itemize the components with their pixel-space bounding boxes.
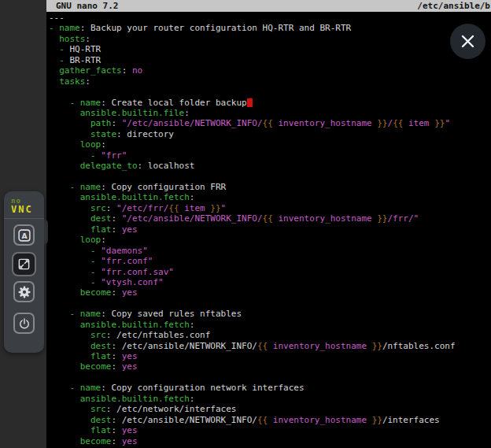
novnc-logo-bottom: VNC: [11, 205, 44, 214]
code-line: flat: yes: [49, 425, 491, 435]
code-line: [49, 87, 491, 97]
vnc-remote-screen[interactable]: GNU nano 7.2 /etc/ansible/b ---- name: B…: [46, 0, 491, 448]
keycap-a-icon: A: [16, 227, 33, 244]
code-line: src: /etc/network/interfaces: [49, 404, 491, 414]
nano-titlebar: GNU nano 7.2 /etc/ansible/b: [46, 0, 491, 12]
code-line: - BR-RTR: [49, 55, 491, 65]
code-line: [49, 172, 491, 182]
code-line: path: "/etc/ansible/NETWORK_INFO/{{ inve…: [49, 118, 491, 128]
code-line: ansible.builtin.fetch:: [49, 320, 491, 330]
code-line: flat: yes: [49, 351, 491, 361]
code-line: become: yes: [49, 436, 491, 446]
svg-text:A: A: [21, 231, 28, 239]
code-line: - "frr.conf.sav": [49, 267, 491, 277]
code-line: become: yes: [49, 361, 491, 372]
code-line: gather_facts: no: [49, 65, 491, 76]
close-button[interactable]: [450, 24, 485, 59]
code-line: tasks:: [49, 76, 491, 87]
code-line: loop:: [49, 235, 491, 245]
code-line: state: directory: [49, 129, 491, 139]
nano-app-title: GNU nano 7.2: [56, 0, 118, 12]
fullscreen-icon: [16, 256, 32, 272]
code-line: dest: /etc/ansible/NETWORK_INFO/{{ inven…: [49, 415, 491, 425]
code-line: src: "/etc/frr/{{ item }}": [49, 203, 491, 213]
code-line: - "vtysh.conf": [49, 277, 491, 287]
fullscreen-button[interactable]: [12, 252, 36, 276]
code-line: dest: /etc/ansible/NETWORK_INFO/{{ inven…: [49, 341, 491, 351]
code-line: delegate_to: localhost: [49, 161, 491, 171]
code-line: - HQ-RTR: [49, 44, 491, 54]
code-line: ---: [49, 13, 491, 23]
power-icon: [17, 316, 32, 331]
code-line: - name: Create local folder backup: [49, 98, 491, 108]
code-line: dest: "/etc/ansible/NETWORK_INFO/{{ inve…: [49, 213, 491, 224]
code-line: - "frr": [49, 150, 491, 161]
code-line: - name: Copy configuration FRR: [49, 182, 491, 192]
extra-keys-button[interactable]: A: [13, 224, 35, 246]
novnc-logo: no VNC: [4, 191, 44, 219]
close-x-icon: [460, 34, 475, 49]
code-line: - "frr.conf": [49, 256, 491, 266]
nano-file-path: /etc/ansible/b: [417, 0, 491, 12]
settings-button[interactable]: [13, 281, 35, 302]
code-line: flat: yes: [49, 224, 491, 235]
code-line: ansible.builtin.fetch:: [49, 394, 491, 404]
code-line: - "daemons": [49, 246, 491, 256]
code-line: loop:: [49, 139, 491, 150]
code-line: [49, 298, 491, 309]
novnc-control-panel: no VNC A: [4, 191, 44, 353]
code-line: - name: Copy saved rules nftables: [49, 309, 491, 319]
code-line: ansible.builtin.fetch:: [49, 192, 491, 202]
power-button[interactable]: [13, 313, 35, 334]
code-line: [49, 372, 491, 383]
code-line: become: yes: [49, 287, 491, 298]
code-line: - name: Copy configuration network inter…: [49, 383, 491, 393]
code-line: src: /etc/nftables.conf: [49, 330, 491, 340]
terminal-text[interactable]: ---- name: Backup your router configurat…: [46, 13, 491, 448]
gear-icon: [17, 284, 32, 300]
text-cursor: [247, 98, 253, 107]
code-line: - name: Backup your router configuration…: [49, 23, 491, 33]
code-line: ansible.builtin.file:: [49, 108, 491, 118]
code-line: hosts:: [49, 34, 491, 44]
